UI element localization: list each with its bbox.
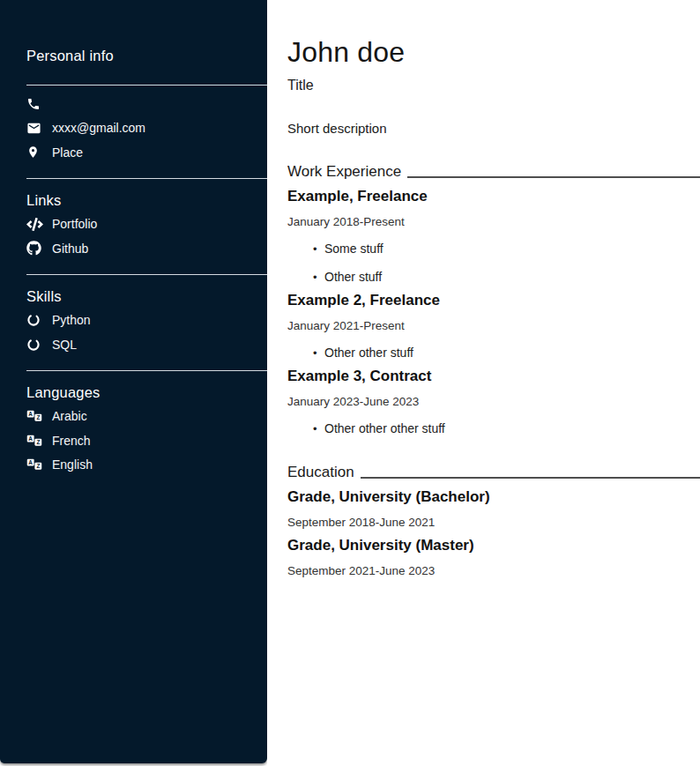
entry-bullet: Other other stuff bbox=[313, 346, 700, 361]
entry-bullets: Other other other stuff bbox=[287, 421, 700, 436]
svg-text:Z: Z bbox=[36, 463, 40, 469]
svg-text:Z: Z bbox=[36, 414, 40, 420]
sidebar-section-languages: Languages AZ Arabic AZ French AZ English bbox=[26, 370, 267, 478]
sidebar-divider bbox=[26, 274, 267, 275]
entry-bullet: Some stuff bbox=[313, 242, 700, 257]
sidebar-item-xxxx-gmail-com[interactable]: xxxx@gmail.com bbox=[26, 116, 267, 141]
svg-text:A: A bbox=[28, 459, 33, 465]
skills-list: Python SQL bbox=[26, 309, 267, 357]
sidebar-item-python: Python bbox=[26, 309, 267, 333]
resume-body: John doe Title Short description Work Ex… bbox=[267, 0, 700, 766]
language-icon: AZ bbox=[26, 433, 50, 449]
sidebar-section-links: Links Portfolio Github bbox=[26, 178, 267, 261]
person-description: Short description bbox=[287, 121, 700, 136]
language-icon: AZ bbox=[26, 408, 50, 424]
sidebar-divider bbox=[26, 85, 267, 86]
sidebar-item-portfolio[interactable]: Portfolio bbox=[26, 212, 267, 237]
sidebar-section-skills: Skills Python SQL bbox=[26, 274, 267, 357]
sidebar-item-arabic: AZ Arabic bbox=[26, 405, 267, 429]
links-heading: Links bbox=[26, 190, 267, 210]
entry-title: Example 2, Freelance bbox=[287, 292, 700, 309]
circle-notch-icon bbox=[26, 313, 50, 327]
entry-dates: September 2021-June 2023 bbox=[287, 564, 700, 578]
resume-entry: Example 2, Freelance January 2021-Presen… bbox=[287, 292, 700, 361]
circle-notch-icon bbox=[26, 338, 50, 352]
svg-text:Z: Z bbox=[36, 439, 40, 445]
entry-bullets: Other other stuff bbox=[287, 346, 700, 361]
sidebar-section-personal-info: Personal info xxxx@gmail.com Place bbox=[26, 46, 267, 165]
sidebar-item-label: Python bbox=[50, 313, 91, 327]
sidebar: Personal info xxxx@gmail.com Place Links… bbox=[0, 0, 267, 763]
contact-list: xxxx@gmail.com Place bbox=[26, 92, 267, 165]
work-experience-heading: Work Experience bbox=[287, 163, 700, 181]
sidebar-item-label: Github bbox=[50, 242, 88, 256]
sidebar-item-place: Place bbox=[26, 140, 267, 165]
code-icon bbox=[26, 218, 50, 231]
education-heading: Education bbox=[287, 464, 700, 481]
languages-list: AZ Arabic AZ French AZ English bbox=[26, 405, 267, 478]
sidebar-item-english: AZ English bbox=[26, 453, 267, 478]
entry-title: Example 3, Contract bbox=[287, 368, 700, 385]
education-entries: Grade, University (Bachelor) September 2… bbox=[287, 488, 700, 578]
github-icon bbox=[26, 241, 50, 256]
links-list: Portfolio Github bbox=[26, 212, 267, 261]
skills-heading: Skills bbox=[26, 286, 267, 306]
sidebar-item-label: Place bbox=[50, 145, 83, 160]
entry-bullet: Other other other stuff bbox=[313, 421, 700, 436]
language-icon: AZ bbox=[26, 457, 50, 472]
sidebar-item-label: SQL bbox=[50, 338, 77, 352]
entry-title: Grade, University (Bachelor) bbox=[287, 488, 700, 506]
sidebar-item-sql: SQL bbox=[26, 332, 267, 357]
sidebar-item-label: English bbox=[50, 457, 93, 472]
phone-icon bbox=[26, 97, 50, 111]
heading-rule bbox=[407, 176, 700, 178]
resume-entry: Example 3, Contract January 2023-June 20… bbox=[287, 368, 700, 436]
education-heading-label: Education bbox=[287, 464, 354, 481]
resume-entry: Grade, University (Master) September 202… bbox=[287, 537, 700, 578]
sidebar-item-french: AZ French bbox=[26, 428, 267, 453]
sidebar-divider bbox=[26, 370, 267, 371]
sidebar-item-label: Arabic bbox=[50, 409, 87, 423]
place-icon bbox=[26, 145, 50, 159]
entry-dates: January 2021-Present bbox=[287, 319, 700, 333]
heading-rule bbox=[361, 477, 700, 479]
personal-info-heading: Personal info bbox=[26, 46, 267, 65]
entry-bullet: Other stuff bbox=[313, 270, 700, 285]
person-name: John doe bbox=[287, 39, 700, 66]
sidebar-item-label: Portfolio bbox=[50, 217, 97, 231]
person-title: Title bbox=[287, 78, 700, 93]
resume-entry: Example, Freelance January 2018-Present … bbox=[287, 188, 700, 285]
sidebar-item bbox=[26, 92, 267, 116]
entry-title: Example, Freelance bbox=[287, 188, 700, 205]
sidebar-item-label: xxxx@gmail.com bbox=[50, 121, 145, 135]
resume-entry: Grade, University (Bachelor) September 2… bbox=[287, 488, 700, 530]
entry-dates: September 2018-June 2021 bbox=[287, 516, 700, 530]
entry-dates: January 2023-June 2023 bbox=[287, 395, 700, 409]
entry-bullets: Some stuffOther stuff bbox=[287, 242, 700, 285]
sidebar-item-label: French bbox=[50, 434, 91, 448]
entry-dates: January 2018-Present bbox=[287, 215, 700, 229]
sidebar-item-github[interactable]: Github bbox=[26, 236, 267, 261]
sidebar-divider bbox=[26, 178, 267, 179]
svg-text:A: A bbox=[28, 411, 33, 417]
email-icon bbox=[26, 121, 50, 136]
svg-text:A: A bbox=[28, 435, 33, 442]
work-experience-heading-label: Work Experience bbox=[287, 163, 401, 181]
work-experience-entries: Example, Freelance January 2018-Present … bbox=[287, 188, 700, 436]
entry-title: Grade, University (Master) bbox=[287, 537, 700, 554]
languages-heading: Languages bbox=[26, 383, 267, 402]
